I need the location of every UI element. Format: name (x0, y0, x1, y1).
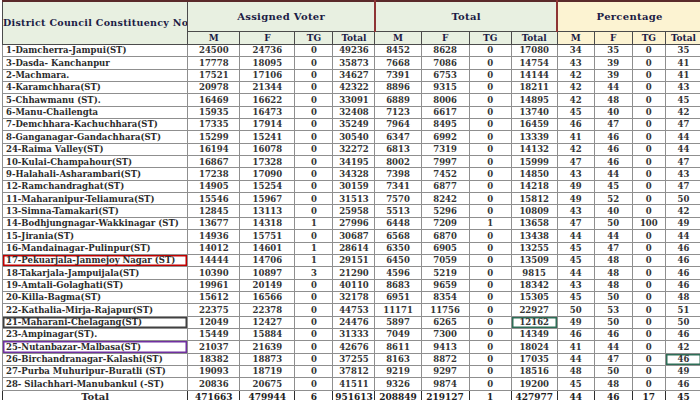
cell-pct-total: 50 (665, 316, 700, 328)
cell-tot-tg: 0 (469, 45, 511, 57)
cell-pct-f: 40 (594, 205, 632, 217)
total-cell-tot-f: 219127 (421, 390, 469, 400)
cell-av-m: 14444 (188, 254, 240, 266)
cell-tot-m: 6347 (375, 131, 421, 143)
cell-pct-m: 34 (557, 45, 594, 57)
cell-pct-total: 51 (665, 304, 700, 316)
cell-av-total: 34195 (333, 156, 375, 168)
cell-pct-f: 45 (594, 180, 632, 192)
cell-pct-total: 48 (665, 291, 700, 303)
cell-av-f: 13113 (240, 205, 295, 217)
table-row: 13-Simna-Tamakari(ST)1284513113025958551… (3, 205, 700, 217)
cell-av-f: 16078 (240, 143, 295, 155)
cell-pct-f: 52 (594, 193, 632, 205)
cell-tot-f: 7059 (421, 254, 469, 266)
constituency-name: 14-Bodhjungnagar-Wakkinagar (ST) (3, 217, 188, 229)
constituency-name: 7-Demchhara-Kachuchhara(ST) (3, 119, 188, 131)
constituency-name: 18-Takarjala-Jampuijala(ST) (3, 267, 188, 279)
constituency-name: 4-Karamchhara(ST) (3, 82, 188, 94)
cell-pct-tg: 0 (632, 156, 665, 168)
cell-tot-m: 8452 (375, 45, 421, 57)
cell-tot-m: 8896 (375, 82, 421, 94)
cell-tot-f: 8495 (421, 119, 469, 131)
cell-av-tg: 0 (295, 119, 333, 131)
cell-tot-tg: 0 (469, 254, 511, 266)
cell-tot-m: 8002 (375, 156, 421, 168)
cell-tot-tg: 0 (469, 316, 511, 328)
cell-tot-total: 13438 (511, 230, 557, 242)
constituency-name: 12-Ramchandraghat(ST) (3, 180, 188, 192)
total-row-label: Total (3, 390, 188, 400)
cell-av-total: 35249 (333, 119, 375, 131)
cell-tot-total: 18211 (511, 82, 557, 94)
cell-av-f: 18873 (240, 353, 295, 365)
cell-pct-m: 41 (557, 341, 594, 353)
cell-pct-m: 48 (557, 365, 594, 377)
cell-pct-tg: 0 (632, 57, 665, 69)
cell-pct-tg: 0 (632, 328, 665, 340)
cell-pct-total: 50 (665, 193, 700, 205)
cell-tot-tg: 1 (469, 217, 511, 229)
constituency-name: 15-Jirania(ST) (3, 230, 188, 242)
cell-tot-m: 4596 (375, 267, 421, 279)
cell-tot-m: 6813 (375, 143, 421, 155)
cell-pct-f: 48 (594, 267, 632, 279)
total-cell-pct-total: 45 (665, 390, 700, 400)
cell-av-f: 18095 (240, 57, 295, 69)
cell-pct-m: 42 (557, 82, 594, 94)
cell-av-total: 33091 (333, 94, 375, 106)
cell-tot-f: 6870 (421, 230, 469, 242)
cell-av-tg: 0 (295, 45, 333, 57)
table-row: 10-Kulai-Champahour(ST)16867173280341958… (3, 156, 700, 168)
cell-tot-tg: 0 (469, 205, 511, 217)
cell-av-f: 20149 (240, 279, 295, 291)
cell-tot-f: 6617 (421, 106, 469, 118)
cell-av-m: 16867 (188, 156, 240, 168)
cell-av-f: 16622 (240, 94, 295, 106)
cell-av-total: 27996 (333, 217, 375, 229)
cell-pct-m: 47 (557, 156, 594, 168)
cell-pct-m: 49 (557, 316, 594, 328)
table-row: 27-Purba Muhuripur-Buratli (ST)190931871… (3, 365, 700, 377)
cell-pct-m: 43 (557, 168, 594, 180)
cell-pct-tg: 0 (632, 279, 665, 291)
cell-pct-tg: 0 (632, 106, 665, 118)
cell-tot-m: 8611 (375, 341, 421, 353)
table-row: 15-Jirania(ST)14936157510306876568687001… (3, 230, 700, 242)
cell-tot-total: 13339 (511, 131, 557, 143)
constituency-name: 27-Purba Muhuripur-Buratli (ST) (3, 365, 188, 377)
cell-pct-tg: 0 (632, 143, 665, 155)
cell-pct-f: 46 (594, 328, 632, 340)
cell-tot-f: 9413 (421, 341, 469, 353)
constituency-name: 6-Manu-Chailengta (3, 106, 188, 118)
cell-tot-tg: 0 (469, 378, 511, 390)
cell-pct-m: 43 (557, 279, 594, 291)
cell-tot-f: 5219 (421, 267, 469, 279)
cell-pct-total: 47 (665, 119, 700, 131)
cell-av-f: 14706 (240, 254, 295, 266)
cell-av-total: 30540 (333, 131, 375, 143)
cell-tot-tg: 0 (469, 193, 511, 205)
cell-tot-tg: 0 (469, 106, 511, 118)
cell-tot-m: 7570 (375, 193, 421, 205)
cell-pct-f: 44 (594, 230, 632, 242)
subheader-tot-m: M (375, 32, 421, 45)
cell-tot-m: 7391 (375, 69, 421, 81)
cell-tot-tg: 0 (469, 291, 511, 303)
cell-pct-tg: 0 (632, 94, 665, 106)
cell-tot-tg: 0 (469, 328, 511, 340)
cell-av-m: 17238 (188, 168, 240, 180)
cell-av-f: 15884 (240, 328, 295, 340)
cell-pct-m: 44 (557, 230, 594, 242)
cell-tot-total: 16459 (511, 119, 557, 131)
cell-tot-f: 8242 (421, 193, 469, 205)
cell-av-total: 37255 (333, 353, 375, 365)
constituency-name: 5-Chhawmanu (ST). (3, 94, 188, 106)
cell-av-f: 10897 (240, 267, 295, 279)
cell-tot-f: 6753 (421, 69, 469, 81)
cell-av-tg: 0 (295, 106, 333, 118)
cell-av-total: 30687 (333, 230, 375, 242)
cell-pct-m: 50 (557, 304, 594, 316)
subheader-tot-total: Total (511, 32, 557, 45)
cell-pct-tg: 0 (632, 242, 665, 254)
